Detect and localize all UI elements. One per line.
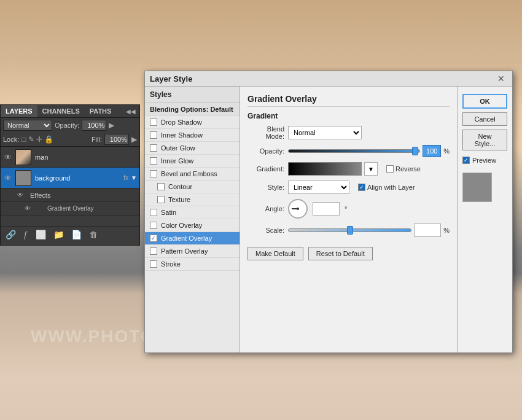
drop-shadow-checkbox[interactable] xyxy=(150,119,157,126)
layer-arrow-icon[interactable]: ▼ xyxy=(131,174,137,181)
style-contour[interactable]: Contour xyxy=(145,181,240,193)
inner-glow-checkbox[interactable] xyxy=(150,157,157,165)
settings-main-title: Gradient Overlay xyxy=(247,94,450,107)
outer-glow-checkbox[interactable] xyxy=(150,144,157,152)
style-inner-shadow[interactable]: Inner Shadow xyxy=(145,129,240,142)
texture-label: Texture xyxy=(168,196,190,203)
scale-unit: % xyxy=(443,227,450,234)
color-overlay-label: Color Overlay xyxy=(161,222,202,229)
tab-paths[interactable]: PATHS xyxy=(85,105,117,117)
blend-mode-field-select[interactable]: Normal Multiply Screen xyxy=(288,126,362,139)
panel-collapse-btn[interactable]: ◀◀ xyxy=(122,107,139,116)
layer-name-background: background xyxy=(35,174,121,182)
angle-dial[interactable] xyxy=(288,199,308,219)
layer-item-background[interactable]: 👁 background fx ▼ xyxy=(1,168,139,189)
pattern-overlay-label: Pattern Overlay xyxy=(161,247,208,255)
layer-sub-effects[interactable]: 👁 Effects xyxy=(1,189,139,202)
style-row: Style: Linear Radial Angle ✓ Align with … xyxy=(247,181,450,194)
style-satin[interactable]: Satin xyxy=(145,206,240,219)
pattern-overlay-checkbox[interactable] xyxy=(150,247,157,255)
layer-name-man: man xyxy=(35,154,137,161)
create-group-btn[interactable]: 📁 xyxy=(52,229,65,240)
ok-btn[interactable]: OK xyxy=(462,94,507,109)
scale-slider[interactable]: 100 % xyxy=(288,224,450,237)
inner-glow-label: Inner Glow xyxy=(161,157,193,165)
delete-layer-btn[interactable]: 🗑 xyxy=(88,229,99,240)
layer-eye-effects[interactable]: 👁 xyxy=(15,190,25,200)
add-fx-btn[interactable]: ƒ xyxy=(22,229,29,240)
inner-shadow-label: Inner Shadow xyxy=(161,131,203,139)
tab-layers[interactable]: LAYERS xyxy=(1,105,37,117)
styles-sidebar-header: Styles xyxy=(145,87,240,103)
angle-row: Angle: 0 ° xyxy=(247,199,450,219)
bevel-emboss-label: Bevel and Emboss xyxy=(161,170,217,177)
align-checkbox-label[interactable]: ✓ Align with Layer xyxy=(358,184,415,191)
new-style-btn[interactable]: New Style... xyxy=(462,130,507,150)
texture-checkbox[interactable] xyxy=(157,196,165,203)
style-inner-glow[interactable]: Inner Glow xyxy=(145,155,240,168)
opacity-thumb[interactable] xyxy=(412,147,418,155)
style-bevel-emboss[interactable]: Bevel and Emboss xyxy=(145,168,240,181)
style-field-select[interactable]: Linear Radial Angle xyxy=(288,181,349,194)
contour-label: Contour xyxy=(168,183,192,190)
style-pattern-overlay[interactable]: Pattern Overlay xyxy=(145,245,240,258)
style-blending-options[interactable]: Blending Options: Default xyxy=(145,103,240,116)
style-color-overlay[interactable]: Color Overlay xyxy=(145,219,240,232)
preview-checkbox[interactable]: ✓ xyxy=(462,157,470,164)
layer-eye-man[interactable]: 👁 xyxy=(3,152,13,162)
opacity-slider[interactable]: 100 % xyxy=(288,145,450,157)
style-texture[interactable]: Texture xyxy=(145,193,240,206)
layer-eye-background[interactable]: 👁 xyxy=(3,173,13,183)
inner-shadow-checkbox[interactable] xyxy=(150,131,157,139)
reverse-checkbox[interactable] xyxy=(386,165,394,173)
lock-all-icon[interactable]: 🔒 xyxy=(44,135,53,144)
scale-thumb[interactable] xyxy=(347,226,353,235)
settings-section-title: Gradient xyxy=(247,112,450,120)
opacity-input[interactable] xyxy=(82,120,106,131)
style-outer-glow[interactable]: Outer Glow xyxy=(145,142,240,155)
reverse-checkbox-label[interactable]: Reverse xyxy=(386,165,421,173)
dialog-titlebar: Layer Style ✕ xyxy=(145,71,512,87)
gradient-field-label: Gradient: xyxy=(247,165,284,173)
stroke-checkbox[interactable] xyxy=(150,260,157,268)
gradient-overlay-checkbox[interactable]: ✓ xyxy=(150,235,157,242)
contour-checkbox[interactable] xyxy=(157,183,165,190)
scale-value-input[interactable]: 100 xyxy=(414,224,441,237)
scale-track[interactable] xyxy=(288,228,411,232)
make-default-btn[interactable]: Make Default xyxy=(247,247,303,260)
gradient-preview-box[interactable] xyxy=(288,162,362,176)
link-layers-btn[interactable]: 🔗 xyxy=(4,229,17,240)
align-label: Align with Layer xyxy=(367,184,415,191)
opacity-arrow[interactable]: ▶ xyxy=(109,121,114,130)
style-drop-shadow[interactable]: Drop Shadow xyxy=(145,116,240,129)
lock-transparent-icon[interactable]: □ xyxy=(21,135,26,144)
reset-default-btn[interactable]: Reset to Default xyxy=(308,247,373,260)
color-overlay-checkbox[interactable] xyxy=(150,222,157,229)
blend-mode-select[interactable]: Normal xyxy=(3,120,52,131)
new-layer-btn[interactable]: 📄 xyxy=(70,229,83,240)
tab-channels[interactable]: CHANNELS xyxy=(37,105,85,117)
style-gradient-overlay[interactable]: ✓ Gradient Overlay xyxy=(145,232,240,245)
align-checkbox[interactable]: ✓ xyxy=(358,184,365,191)
bevel-emboss-checkbox[interactable] xyxy=(150,170,157,177)
layer-eye-gradient[interactable]: 👁 xyxy=(23,204,33,214)
drop-shadow-label: Drop Shadow xyxy=(161,119,202,126)
fill-arrow[interactable]: ▶ xyxy=(131,135,137,144)
dialog-close-btn[interactable]: ✕ xyxy=(495,74,507,84)
lock-image-icon[interactable]: ✎ xyxy=(28,135,34,144)
gradient-dropdown-btn[interactable]: ▼ xyxy=(364,162,378,176)
angle-value-input[interactable]: 0 xyxy=(313,202,340,216)
fill-input[interactable] xyxy=(104,134,129,145)
style-stroke[interactable]: Stroke xyxy=(145,258,240,271)
opacity-value-input[interactable]: 100 xyxy=(423,145,441,157)
add-mask-btn[interactable]: ⬜ xyxy=(34,229,47,240)
layer-sub-gradient-overlay[interactable]: 👁 Gradient Overlay xyxy=(1,202,139,216)
satin-checkbox[interactable] xyxy=(150,209,157,216)
lock-position-icon[interactable]: ✛ xyxy=(36,135,42,144)
opacity-track[interactable] xyxy=(288,149,420,153)
gradient-swatch: ▼ xyxy=(288,162,378,176)
lock-icons: □ ✎ ✛ 🔒 xyxy=(21,135,53,144)
layer-item-man[interactable]: 👁 man xyxy=(1,147,139,168)
gradient-overlay-style-label: Gradient Overlay xyxy=(161,235,212,242)
cancel-btn[interactable]: Cancel xyxy=(462,112,507,126)
